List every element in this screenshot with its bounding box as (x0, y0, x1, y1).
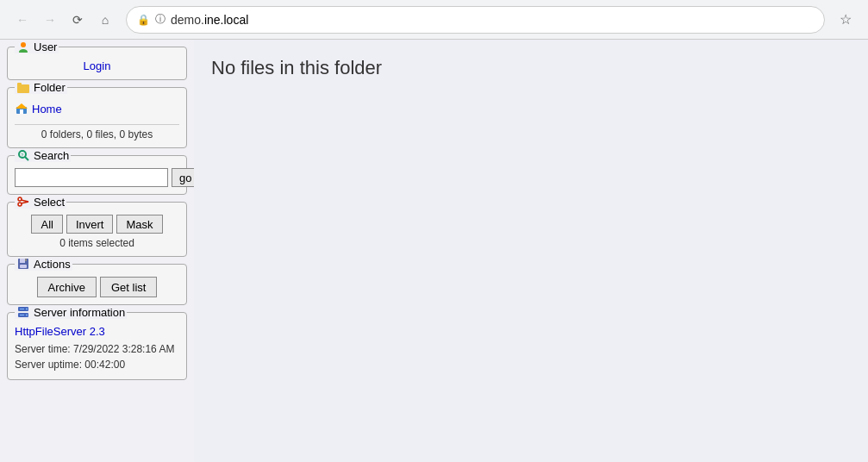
folder-stats: 0 folders, 0 files, 0 bytes (15, 124, 179, 140)
folder-panel-title: Folder (34, 81, 66, 94)
select-panel-legend: Select (15, 195, 66, 209)
folder-panel-legend: Folder (15, 80, 67, 94)
select-mask-button[interactable]: Mask (116, 215, 162, 234)
nav-buttons: ← → ⟳ ⌂ (10, 8, 117, 32)
svg-point-0 (21, 42, 26, 47)
svg-line-14 (22, 202, 29, 203)
server-info-legend: Server information (15, 305, 127, 319)
login-link[interactable]: Login (84, 59, 111, 72)
user-panel-legend: User (15, 40, 59, 53)
browser-toolbar: ← → ⟳ ⌂ 🔒 ⓘ demo.ine.local ☆ (0, 0, 868, 40)
address-url: demo.ine.local (171, 13, 248, 27)
no-files-message: No files in this folder (211, 57, 382, 79)
svg-rect-17 (20, 265, 27, 268)
action-buttons: Archive Get list (37, 277, 158, 297)
svg-point-21 (26, 309, 28, 310)
search-panel-legend: ? Search (15, 148, 71, 162)
select-invert-button[interactable]: Invert (66, 215, 114, 234)
svg-rect-16 (20, 259, 25, 263)
select-panel-content: All Invert Mask 0 items selected (8, 203, 186, 256)
content-area: No files in this folder (194, 40, 868, 462)
svg-marker-6 (16, 103, 28, 109)
svg-rect-4 (17, 83, 22, 85)
server-info-content: HttpFileServer 2.3 Server time: 7/29/202… (8, 313, 186, 379)
folder-panel: Folder Home 0 folders, 0 files, 0 bytes (7, 87, 187, 148)
search-row: go (15, 168, 179, 187)
svg-rect-18 (25, 259, 27, 261)
archive-button[interactable]: Archive (37, 277, 97, 297)
user-panel-title: User (34, 41, 57, 53)
select-buttons: All Invert Mask (31, 215, 162, 234)
server-version-link[interactable]: HttpFileServer 2.3 (15, 325, 179, 338)
forward-button[interactable]: → (38, 8, 62, 32)
main-area: User Login Folder (0, 40, 868, 462)
search-go-button[interactable]: go (172, 168, 194, 187)
search-input[interactable] (15, 168, 168, 187)
reload-button[interactable]: ⟳ (66, 8, 90, 32)
svg-rect-7 (20, 109, 23, 114)
svg-line-9 (25, 157, 28, 160)
server-info-title: Server information (34, 306, 125, 319)
security-icon: 🔒 (137, 14, 150, 26)
home-button[interactable]: ⌂ (93, 8, 117, 32)
select-panel: Select All Invert Mask 0 items selected (7, 202, 187, 257)
svg-point-11 (18, 197, 22, 201)
sidebar: User Login Folder (0, 40, 194, 462)
select-all-button[interactable]: All (31, 215, 62, 234)
user-icon (16, 40, 30, 53)
server-info-panel: Server information HttpFileServer 2.3 Se… (7, 312, 187, 380)
search-panel-icon: ? (16, 148, 30, 162)
svg-point-12 (18, 203, 22, 206)
select-panel-title: Select (34, 196, 65, 209)
server-icon (16, 305, 30, 319)
get-list-button[interactable]: Get list (100, 277, 157, 297)
svg-point-1 (19, 49, 28, 53)
search-panel: ? Search go (7, 155, 187, 195)
svg-point-22 (26, 315, 28, 316)
bookmark-button[interactable]: ☆ (834, 8, 858, 32)
folder-icon (16, 80, 30, 94)
home-link[interactable]: Home (32, 103, 62, 116)
user-panel: User Login (7, 47, 187, 80)
search-panel-title: Search (34, 149, 69, 162)
address-bar[interactable]: 🔒 ⓘ demo.ine.local (126, 6, 825, 34)
folder-panel-content: Home 0 folders, 0 files, 0 bytes (8, 88, 186, 147)
actions-panel-legend: Actions (15, 257, 72, 271)
items-selected-count: 0 items selected (59, 237, 134, 249)
actions-panel: Actions Archive Get list (7, 264, 187, 305)
server-time: Server time: 7/29/2022 3:28:16 AM Server… (15, 341, 174, 372)
save-icon (16, 257, 30, 271)
back-button[interactable]: ← (10, 8, 34, 32)
actions-panel-title: Actions (34, 258, 71, 271)
scissors-icon (16, 195, 30, 209)
folder-path: Home (15, 100, 179, 117)
home-folder-icon (15, 102, 28, 116)
info-icon: ⓘ (155, 12, 165, 27)
